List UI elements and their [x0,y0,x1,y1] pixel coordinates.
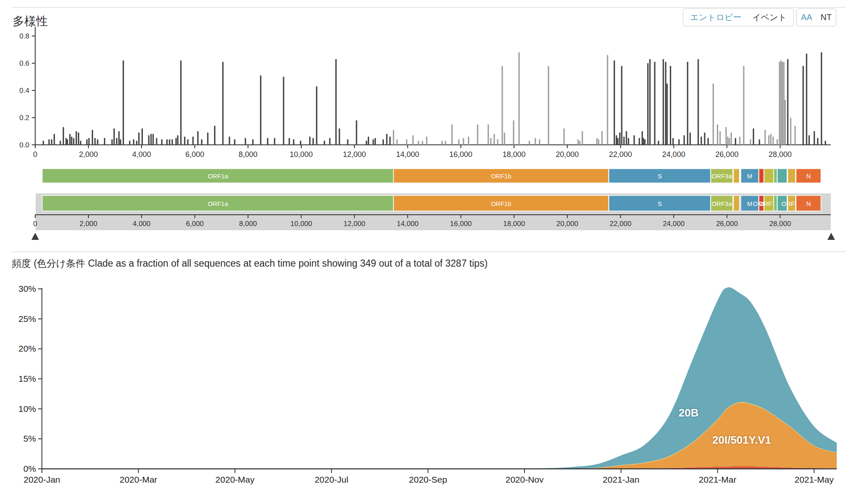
entropy-bar[interactable] [234,139,235,145]
entropy-bar[interactable] [396,139,398,145]
entropy-bar[interactable] [65,138,67,145]
gene-segment-ORF8[interactable] [777,169,787,183]
entropy-bar[interactable] [477,124,478,145]
entropy-bar[interactable] [445,141,446,145]
entropy-bar[interactable] [619,133,620,145]
entropy-bar[interactable] [739,137,740,145]
entropy-bar[interactable] [690,133,691,145]
entropy-bar[interactable] [176,138,177,145]
entropy-bar[interactable] [59,141,61,145]
entropy-bar[interactable] [601,131,602,145]
entropy-bar[interactable] [316,86,317,145]
entropy-bar[interactable] [598,139,599,145]
entropy-bar[interactable] [494,134,495,145]
entropy-bar[interactable] [123,61,124,145]
entropy-bar[interactable] [184,137,185,145]
entropy-bar[interactable] [339,129,340,145]
entropy-bar[interactable] [759,139,760,145]
entropy-bar[interactable] [644,139,646,145]
entropy-bar[interactable] [356,121,357,145]
entropy-bar[interactable] [463,138,464,145]
entropy-bar[interactable] [743,66,744,145]
entropy-bar[interactable] [626,131,627,145]
entropy-bar[interactable] [727,137,728,145]
entropy-bar[interactable] [501,66,503,145]
entropy-bar[interactable] [386,134,388,145]
entropy-bar[interactable] [171,139,173,145]
entropy-bar[interactable] [94,138,96,145]
nav-gene-segment-E[interactable] [734,195,739,211]
entropy-bar[interactable] [577,139,579,145]
entropy-bar[interactable] [607,55,608,145]
entropy-bar[interactable] [86,139,88,145]
entropy-bar[interactable] [293,139,294,145]
entropy-bar[interactable] [169,139,170,145]
brush-handle-left[interactable] [31,233,39,240]
entropy-bar[interactable] [252,139,253,145]
gene-segment-E[interactable] [734,169,739,183]
entropy-bar[interactable] [274,138,275,145]
entropy-bar[interactable] [633,135,635,145]
entropy-bar[interactable] [418,141,419,145]
entropy-bar[interactable] [150,134,152,145]
entropy-bar[interactable] [628,138,629,145]
entropy-bar[interactable] [136,141,137,145]
entropy-bar[interactable] [663,59,664,145]
entropy-bar[interactable] [214,126,215,145]
entropy-bar[interactable] [704,133,705,145]
entropy-bar[interactable] [207,133,208,145]
entropy-bar[interactable] [623,137,625,145]
entropy-bar[interactable] [88,138,90,145]
entropy-bar[interactable] [289,138,290,145]
entropy-bar[interactable] [69,134,70,145]
entropy-bar[interactable] [504,133,505,145]
entropy-bar[interactable] [719,131,721,145]
entropy-bar[interactable] [116,138,117,145]
entropy-bar[interactable] [324,141,325,145]
entropy-bar[interactable] [765,130,766,145]
entropy-bar[interactable] [366,141,367,145]
entropy-bar[interactable] [148,135,150,145]
entropy-bar[interactable] [451,124,452,145]
entropy-bar[interactable] [513,121,514,145]
entropy-bar[interactable] [73,138,74,145]
entropy-bar[interactable] [267,138,268,145]
entropy-bar[interactable] [780,61,781,145]
entropy-bar[interactable] [581,131,583,145]
entropy-bar[interactable] [667,84,668,145]
entropy-bar[interactable] [120,139,121,145]
entropy-bar[interactable] [104,138,105,145]
entropy-bar[interactable] [529,141,530,145]
entropy-bar[interactable] [643,138,644,145]
entropy-bar[interactable] [300,141,301,145]
entropy-bar[interactable] [596,138,597,145]
entropy-bar[interactable] [617,138,618,145]
entropy-bar[interactable] [717,124,718,145]
entropy-bar[interactable] [518,52,519,145]
entropy-bar[interactable] [468,137,469,145]
entropy-bar[interactable] [335,59,336,145]
entropy-bar[interactable] [161,139,163,145]
entropy-bar[interactable] [777,139,778,145]
entropy-bar[interactable] [166,139,168,145]
entropy-bar[interactable] [156,138,157,145]
entropy-bar[interactable] [783,62,784,145]
entropy-bar[interactable] [683,135,685,145]
entropy-bar[interactable] [814,131,815,145]
entropy-bar[interactable] [78,133,79,145]
entropy-bar[interactable] [118,131,119,145]
entropy-bar[interactable] [138,133,140,145]
entropy-bar[interactable] [782,62,783,145]
entropy-bar[interactable] [329,138,331,145]
entropy-bar[interactable] [579,141,580,145]
entropy-bar[interactable] [700,137,702,145]
entropy-bar[interactable] [535,138,536,145]
entropy-bar[interactable] [726,127,727,145]
entropy-bar[interactable] [654,62,655,145]
toggle-option-events[interactable]: イベント [752,12,787,23]
entropy-bar[interactable] [389,137,390,145]
entropy-bar[interactable] [406,139,407,145]
entropy-bar[interactable] [614,61,615,145]
entropy-bar[interactable] [51,139,52,145]
entropy-bar[interactable] [670,66,671,145]
